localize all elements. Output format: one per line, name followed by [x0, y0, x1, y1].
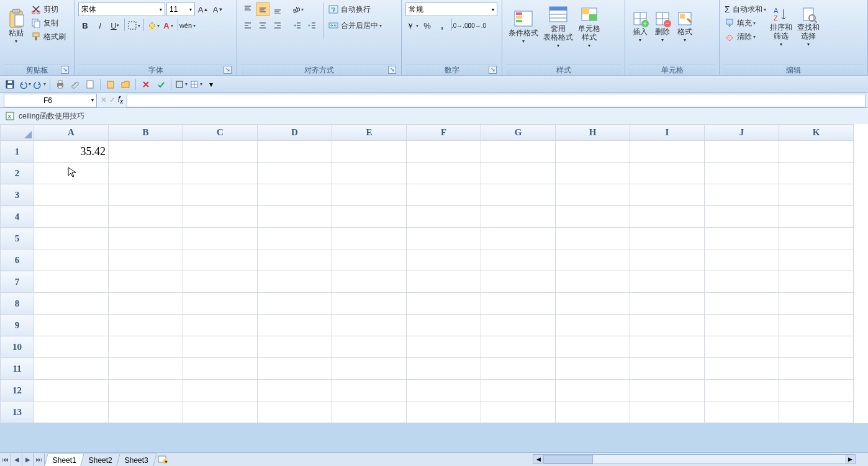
cell[interactable]	[258, 249, 332, 271]
cell[interactable]	[779, 163, 854, 184]
cell[interactable]	[407, 336, 481, 358]
cell[interactable]	[332, 293, 407, 315]
align-right-button[interactable]	[271, 19, 284, 32]
formula-input[interactable]	[127, 94, 866, 107]
border-button[interactable]	[127, 19, 141, 32]
qat-new-button[interactable]	[84, 78, 96, 91]
qat-border-button[interactable]	[175, 78, 188, 91]
column-header[interactable]: I	[630, 125, 705, 141]
cell[interactable]	[332, 206, 407, 228]
cell[interactable]	[34, 380, 109, 401]
row-header[interactable]: 3	[1, 184, 34, 206]
tab-nav-last[interactable]: ⏭	[34, 454, 45, 466]
cell[interactable]	[556, 380, 630, 401]
delete-cells-button[interactable]: −删除▾	[651, 2, 674, 52]
comma-button[interactable]: ,	[435, 19, 449, 32]
cell[interactable]	[630, 271, 705, 293]
wrap-text-button[interactable]: 自动换行	[327, 2, 383, 16]
cell[interactable]	[481, 206, 556, 228]
cell[interactable]	[705, 315, 779, 336]
cell[interactable]	[630, 358, 705, 380]
row-header[interactable]: 13	[1, 401, 34, 423]
cell[interactable]	[258, 293, 332, 315]
cell[interactable]	[705, 184, 779, 206]
format-cells-button[interactable]: 格式▾	[674, 2, 696, 52]
cell[interactable]	[109, 141, 183, 163]
cell[interactable]	[183, 271, 258, 293]
qat-save-button[interactable]	[4, 78, 16, 91]
underline-button[interactable]: U▾	[108, 19, 122, 32]
cell[interactable]	[481, 184, 556, 206]
cell[interactable]	[109, 271, 183, 293]
cell[interactable]	[705, 401, 779, 423]
cell[interactable]	[258, 206, 332, 228]
cell[interactable]	[630, 293, 705, 315]
fill-color-button[interactable]	[147, 19, 160, 32]
fx-cancel-button[interactable]: ✕	[101, 96, 107, 104]
cell[interactable]	[630, 249, 705, 271]
cell[interactable]: 35.42	[34, 141, 109, 163]
cell[interactable]	[34, 358, 109, 380]
sheet-tab[interactable]: Sheet2	[80, 454, 120, 466]
format-painter-button[interactable]: 格式刷	[30, 30, 67, 43]
cell[interactable]	[332, 401, 407, 423]
cell[interactable]	[705, 141, 779, 163]
row-header[interactable]: 9	[1, 315, 34, 336]
cell[interactable]	[183, 293, 258, 315]
cell[interactable]	[630, 184, 705, 206]
align-top-button[interactable]	[241, 2, 255, 16]
qat-redo-button[interactable]	[34, 78, 46, 91]
scroll-right-button[interactable]: ▶	[845, 455, 855, 464]
clipboard-launcher[interactable]: ↘	[61, 66, 69, 74]
align-bottom-button[interactable]	[271, 2, 284, 16]
cell[interactable]	[407, 141, 481, 163]
qat-attach-button[interactable]	[69, 78, 81, 91]
cell[interactable]	[481, 358, 556, 380]
cell[interactable]	[183, 163, 258, 184]
cell[interactable]	[34, 401, 109, 423]
phonetic-button[interactable]: wén	[181, 19, 194, 32]
fill-button[interactable]: 填充	[723, 16, 767, 30]
align-launcher[interactable]: ↘	[388, 66, 396, 74]
cell[interactable]	[481, 315, 556, 336]
cell[interactable]	[407, 249, 481, 271]
qat-print-button[interactable]	[54, 78, 66, 91]
cell[interactable]	[109, 249, 183, 271]
row-header[interactable]: 5	[1, 228, 34, 249]
cell[interactable]	[556, 249, 630, 271]
cell[interactable]	[183, 184, 258, 206]
row-header[interactable]: 8	[1, 293, 34, 315]
cell[interactable]	[258, 141, 332, 163]
cell[interactable]	[630, 315, 705, 336]
cell[interactable]	[407, 271, 481, 293]
decrease-indent-button[interactable]	[291, 19, 304, 32]
cell[interactable]	[779, 228, 854, 249]
decrease-font-button[interactable]: A▼	[211, 2, 225, 16]
cell[interactable]	[109, 380, 183, 401]
number-format-select[interactable]: ▾	[405, 2, 497, 16]
scroll-thumb[interactable]	[543, 455, 593, 464]
cell[interactable]	[258, 271, 332, 293]
font-name-select[interactable]: ▾	[78, 2, 165, 16]
cut-button[interactable]: 剪切	[30, 2, 67, 16]
cell[interactable]	[556, 163, 630, 184]
row-header[interactable]: 2	[1, 163, 34, 184]
cell[interactable]	[183, 336, 258, 358]
tab-nav-first[interactable]: ⏮	[0, 454, 11, 466]
cell[interactable]	[779, 336, 854, 358]
cell[interactable]	[630, 206, 705, 228]
cell[interactable]	[556, 293, 630, 315]
row-header[interactable]: 10	[1, 336, 34, 358]
cell[interactable]	[556, 184, 630, 206]
cell[interactable]	[332, 358, 407, 380]
scroll-left-button[interactable]: ◀	[533, 455, 543, 464]
column-header[interactable]: F	[407, 125, 481, 141]
column-header[interactable]: K	[779, 125, 854, 141]
cell[interactable]	[705, 206, 779, 228]
cell[interactable]	[183, 358, 258, 380]
cell[interactable]	[183, 380, 258, 401]
name-box[interactable]: ▾	[4, 94, 97, 107]
qat-more-button[interactable]: ▾	[205, 78, 217, 91]
cell[interactable]	[109, 163, 183, 184]
cell[interactable]	[630, 380, 705, 401]
